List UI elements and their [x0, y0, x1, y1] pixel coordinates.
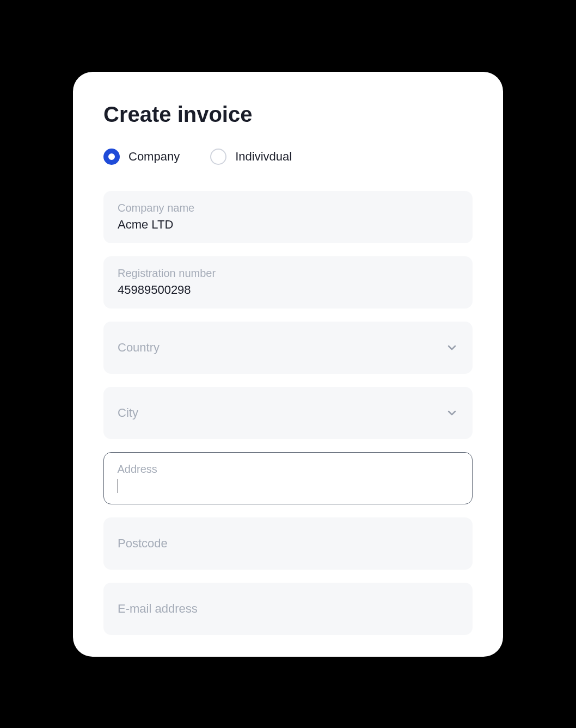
chevron-down-icon [445, 406, 458, 419]
fields-container: Company name Acme LTD Registration numbe… [103, 191, 473, 635]
radio-icon [103, 149, 120, 165]
field-label: Postcode [118, 536, 168, 551]
registration-number-field[interactable]: Registration number 45989500298 [103, 256, 473, 309]
postcode-field[interactable]: Postcode [103, 517, 473, 570]
radio-option-company[interactable]: Company [103, 149, 180, 165]
radio-label: Company [128, 150, 180, 164]
radio-icon [210, 149, 226, 165]
radio-option-individual[interactable]: Indivivdual [210, 149, 292, 165]
city-select[interactable]: City [103, 387, 473, 439]
field-label: E-mail address [118, 602, 198, 616]
entity-type-selector: Company Indivivdual [103, 149, 473, 165]
field-label: Company name [118, 202, 458, 214]
page-title: Create invoice [103, 102, 473, 127]
invoice-form-card: Create invoice Company Indivivdual Compa… [73, 72, 503, 657]
field-value: 45989500298 [118, 283, 458, 297]
chevron-down-icon [445, 341, 458, 354]
email-field[interactable]: E-mail address [103, 583, 473, 635]
field-label: City [118, 406, 138, 420]
radio-label: Indivivdual [235, 150, 292, 164]
field-value: Acme LTD [118, 218, 458, 232]
field-input [118, 479, 459, 493]
field-label: Country [118, 341, 160, 355]
country-select[interactable]: Country [103, 322, 473, 374]
address-field[interactable]: Address [103, 452, 473, 504]
field-label: Registration number [118, 267, 458, 280]
text-cursor-icon [118, 479, 119, 493]
company-name-field[interactable]: Company name Acme LTD [103, 191, 473, 243]
field-label: Address [118, 463, 459, 476]
